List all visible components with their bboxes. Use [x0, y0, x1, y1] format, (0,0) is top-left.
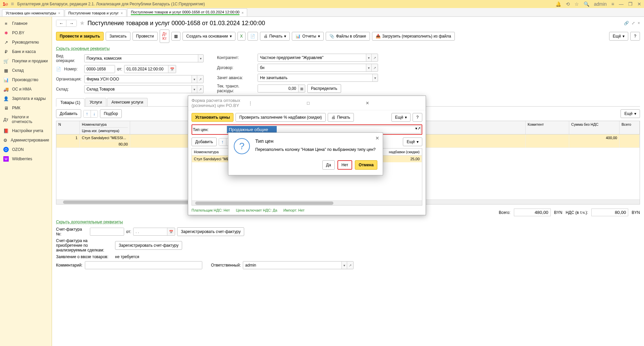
add-button[interactable]: Добавить	[56, 109, 81, 118]
close-icon[interactable]: ×	[241, 11, 244, 15]
sidebar-item[interactable]: 📊Производство	[0, 75, 52, 84]
move-up-icon[interactable]: ↑	[84, 110, 91, 117]
sidebar-item[interactable]: ≡Главное	[0, 19, 52, 28]
counterparty-field[interactable]	[258, 54, 366, 61]
tip-cen-field[interactable]	[227, 126, 277, 133]
doc-tab-agent[interactable]: Агентские услуги	[107, 98, 148, 106]
sidebar-item[interactable]: ⚙Администрирование	[0, 135, 52, 145]
chevron-down-icon[interactable]: ▾	[198, 55, 203, 62]
sidebar-item[interactable]: OOZON	[0, 145, 52, 154]
sidebar-item[interactable]: 🛒Покупки и продажи	[0, 56, 52, 66]
print-button[interactable]: 🖨 Печать	[328, 113, 354, 122]
dtkt-icon[interactable]: ДтКт	[160, 30, 170, 43]
open-icon[interactable]: ↗	[371, 54, 378, 61]
close-icon[interactable]: ✕	[637, 1, 641, 7]
sidebar-item[interactable]: ДтНалоги и отчетность	[0, 113, 52, 126]
reports-button[interactable]: 📊 Отчеты ▾	[292, 32, 323, 41]
excel-icon[interactable]: X	[237, 32, 246, 41]
load-file-button[interactable]: 📥 Загрузить (перезаполнить) из файла	[372, 32, 455, 41]
open-icon[interactable]: ↗	[417, 126, 421, 133]
more-button[interactable]: Ещё ▾	[609, 32, 629, 41]
hamburger-icon[interactable]: ≡	[11, 1, 14, 7]
h-scrollbar[interactable]	[192, 200, 422, 205]
star-icon[interactable]: ☆	[575, 1, 579, 7]
add-button[interactable]: Добавить	[192, 137, 217, 146]
store-field[interactable]	[85, 85, 192, 93]
more-button[interactable]: Ещё ▾	[391, 113, 411, 122]
select-button[interactable]: Подбор	[100, 109, 121, 118]
sidebar-item[interactable]: 👤Зарплата и кадры	[0, 94, 52, 103]
hide-extra-link[interactable]: Скрыть дополнительные реквизиты	[56, 220, 123, 224]
responsible-field[interactable]	[243, 262, 341, 269]
op-type-field[interactable]	[85, 55, 198, 62]
expand-icon[interactable]: ⤢	[632, 21, 635, 25]
menu-icon[interactable]: ⋮	[246, 101, 305, 106]
open-icon[interactable]: ↗	[347, 262, 353, 269]
chevron-down-icon[interactable]: ▾	[192, 75, 197, 83]
sidebar-item[interactable]: 🚚ОС и НМА	[0, 84, 52, 94]
sidebar-item[interactable]: ↗Руководителю	[0, 38, 52, 47]
invoice-num-field[interactable]	[90, 228, 124, 235]
doc-tab-goods[interactable]: Товары (1)	[56, 98, 85, 107]
date-field[interactable]	[124, 65, 168, 73]
more-button[interactable]: Ещё ▾	[403, 137, 422, 146]
user-label[interactable]: admin	[594, 1, 607, 7]
restore-icon[interactable]: ❐	[628, 1, 633, 7]
org-field[interactable]	[85, 75, 192, 83]
close-icon[interactable]: ×	[638, 21, 640, 25]
register-invoice-button[interactable]: Зарегистрировать счет-фактуру	[177, 227, 244, 236]
post-button[interactable]: Провести	[132, 32, 158, 41]
favorite-icon[interactable]: ★	[79, 19, 85, 27]
structure-icon[interactable]: ▦	[171, 32, 180, 41]
tab-1[interactable]: Поступление товаров и услуг×	[65, 9, 127, 16]
minimize-icon[interactable]: —	[619, 1, 624, 7]
history-icon[interactable]: ⟲	[566, 1, 570, 7]
sidebar-item[interactable]: ✱PO.BY	[0, 28, 52, 38]
save-button[interactable]: Записать	[106, 32, 130, 41]
contract-field[interactable]	[258, 64, 366, 71]
register-invoice2-button[interactable]: Зарегистрировать счет-фактуру	[115, 241, 182, 250]
maximize-icon[interactable]: □	[305, 101, 364, 106]
transp-field[interactable]	[258, 85, 298, 92]
no-button[interactable]: Нет	[337, 160, 352, 170]
doc-tab-services[interactable]: Услуги	[85, 98, 106, 106]
cancel-button[interactable]: Отмена	[355, 160, 377, 170]
post-close-button[interactable]: Провести и закрыть	[56, 32, 104, 41]
chevron-down-icon[interactable]: ▾	[366, 64, 371, 71]
distribute-button[interactable]: Распределить	[307, 84, 341, 93]
close-icon[interactable]: ✕	[375, 135, 379, 141]
open-icon[interactable]: ↗	[197, 75, 203, 83]
yes-button[interactable]: Да	[322, 160, 335, 170]
chevron-down-icon[interactable]: ▾	[341, 262, 347, 269]
sidebar-item[interactable]: 📕Настройки учета	[0, 126, 52, 135]
advance-field[interactable]	[258, 74, 372, 81]
more-button[interactable]: Ещё ▾	[621, 109, 640, 118]
nav-back-button[interactable]: ←	[56, 20, 66, 26]
move-down-icon[interactable]: ↓	[91, 110, 98, 117]
calendar-icon[interactable]: 📅	[167, 228, 175, 235]
sidebar-item[interactable]: ₽Банк и касса	[0, 47, 52, 56]
create-based-button[interactable]: Создать на основании ▾	[182, 32, 235, 41]
calendar-icon[interactable]: 📅	[168, 65, 176, 73]
cloud-files-button[interactable]: 📎 Файлы в облаке	[326, 32, 370, 41]
print-button[interactable]: 🖨 Печать ▾	[260, 32, 290, 41]
hide-main-link[interactable]: Скрыть основные реквизиты	[56, 46, 110, 51]
close-icon[interactable]: ✕	[364, 101, 422, 106]
set-prices-button[interactable]: Установить цены	[192, 113, 233, 122]
sidebar-item[interactable]: 🖥РМК	[0, 103, 52, 113]
move-up-icon[interactable]: ↑	[219, 138, 226, 146]
chevron-down-icon[interactable]: ▾	[372, 74, 378, 81]
open-icon[interactable]: ↗	[371, 64, 378, 71]
check-fill-button[interactable]: Проверить заполнение % надбавки (скидки)	[235, 113, 325, 122]
number-field[interactable]	[85, 65, 115, 73]
comment-field[interactable]	[85, 262, 202, 269]
calc-icon[interactable]: ▦	[298, 85, 305, 92]
tab-0[interactable]: Установка цен номенклатуры×	[2, 9, 64, 16]
tab-2[interactable]: Поступление товаров и услуг 0000-1658 от…	[127, 8, 247, 16]
sidebar-item[interactable]: WWildberries	[0, 154, 52, 164]
sidebar-item[interactable]: ▦Склад	[0, 66, 52, 75]
chevron-down-icon[interactable]: ▾	[366, 54, 371, 61]
settings-icon[interactable]: ≡	[611, 1, 614, 7]
help-button[interactable]: ?	[630, 32, 640, 41]
open-icon[interactable]: ↗	[197, 85, 203, 93]
